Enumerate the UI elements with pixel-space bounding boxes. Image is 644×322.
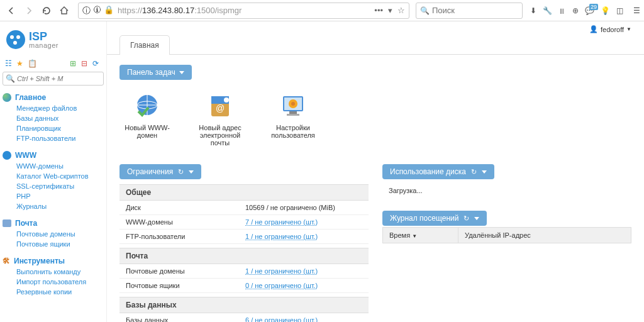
col-time[interactable]: Время ▼ — [383, 228, 458, 243]
chevron-down-icon[interactable] — [189, 170, 194, 174]
clipboard-icon[interactable]: 📋 — [28, 59, 36, 68]
limits-group-header: Общее — [119, 184, 369, 201]
limits-value[interactable]: 0 / не ограничено (шт.) — [245, 282, 318, 289]
limits-group-header: Базы данных — [119, 297, 369, 313]
limits-value: 10569 / не ограничено (MiB) — [245, 204, 335, 211]
shortcut[interactable]: @Новый адрес электронной почты — [195, 92, 245, 147]
refresh-icon[interactable]: ↻ — [464, 214, 469, 223]
shortcuts: Новый WWW-домен@Новый адрес электронной … — [122, 92, 631, 147]
reload-button[interactable] — [39, 3, 54, 18]
bookmark-star-icon[interactable]: ☆ — [397, 6, 405, 15]
globe-icon[interactable]: ⊕ — [572, 6, 579, 15]
library-icon[interactable]: ⫼ — [558, 6, 566, 15]
dev-icon[interactable]: 🔧 — [543, 6, 552, 15]
sidebar-item[interactable]: Выполнить команду — [16, 267, 104, 277]
disk-loading: Загрузка... — [382, 180, 631, 201]
fav-icon[interactable]: ★ — [16, 59, 25, 68]
url-bar[interactable]: ⓘ🛈🔒 https://136.243.80.17:1500/ispmgr ••… — [78, 3, 409, 19]
sidebar-section-header[interactable]: WWW — [3, 150, 104, 161]
shortcut-icon — [132, 92, 162, 120]
sidebar-item[interactable]: Журналы — [16, 201, 104, 211]
refresh-icon[interactable]: ↻ — [471, 168, 477, 176]
tab-main[interactable]: Главная — [119, 35, 170, 55]
limits-value[interactable]: 7 / не ограничено (шт.) — [245, 218, 318, 226]
menu-icon[interactable]: ☰ — [633, 6, 640, 15]
browser-toolbar: ⓘ🛈🔒 https://136.243.80.17:1500/ispmgr ••… — [0, 0, 644, 21]
svg-rect-10 — [289, 111, 297, 114]
shortcut-icon — [278, 92, 308, 120]
list-icon[interactable]: ☷ — [5, 59, 14, 68]
search-icon: 🔍 — [6, 74, 15, 83]
back-button[interactable] — [4, 3, 19, 18]
refresh-icon[interactable]: ↻ — [178, 168, 184, 176]
url-security-icons: ⓘ🛈🔒 — [82, 5, 114, 16]
chevron-down-icon[interactable] — [474, 217, 479, 220]
search-input[interactable] — [432, 6, 518, 15]
search-icon: 🔍 — [420, 6, 430, 15]
limits-key: WWW-домены — [126, 218, 245, 226]
home-button[interactable] — [57, 3, 72, 18]
shortcut-label: Новый WWW-домен — [122, 124, 172, 139]
expand-icon[interactable]: ⊞ — [70, 59, 79, 68]
limits-group-header: Почта — [119, 248, 369, 264]
url-text: https://136.243.80.17:1500/ispmgr — [118, 6, 374, 15]
limits-row: FTP-пользователи1 / не ограничено (шт.) — [119, 230, 369, 244]
pocket-icon[interactable]: ▾ — [388, 6, 392, 15]
col-ip[interactable]: Удалённый IP-адрес — [458, 228, 631, 243]
sidebar-section-header[interactable]: Главное — [3, 92, 104, 103]
sidebar-item[interactable]: Базы данных — [16, 113, 104, 123]
sidebar-item[interactable]: SSL-сертификаты — [16, 181, 104, 191]
svg-point-4 — [224, 97, 229, 103]
downloads-icon[interactable]: ⬇ — [530, 6, 536, 15]
logo-icon — [6, 30, 25, 49]
sidebar-search[interactable]: 🔍 — [3, 72, 104, 86]
limits-row: Базы данных6 / не ограничено (шт.) — [119, 313, 369, 322]
shortcut[interactable]: Новый WWW-домен — [122, 92, 172, 147]
more-icon[interactable]: ••• — [374, 6, 383, 15]
visit-log-title: Журнал посещений — [390, 214, 458, 223]
limits-row: Почтовые ящики0 / не ограничено (шт.) — [119, 279, 369, 293]
logo-text-bottom: manager — [29, 42, 58, 49]
sidebar-icon[interactable]: ◫ — [616, 6, 623, 15]
sidebar-section-header[interactable]: 🛠Инструменты — [3, 255, 104, 267]
sidebar-item[interactable]: Каталог Web-скриптов — [16, 171, 104, 181]
limits-key: Диск — [126, 204, 245, 211]
forward-button[interactable] — [21, 3, 36, 18]
sidebar-item[interactable]: Планировщик — [16, 123, 104, 133]
sidebar-search-input[interactable] — [17, 75, 101, 82]
sidebar-item[interactable]: Почтовые ящики — [16, 239, 104, 249]
sidebar-item[interactable]: WWW-домены — [16, 161, 104, 171]
chevron-down-icon — [179, 71, 184, 74]
sidebar-item[interactable]: FTP-пользователи — [16, 133, 104, 143]
notif-badge: 29 — [589, 4, 598, 10]
sidebar-item[interactable]: Резервные копии — [16, 287, 104, 297]
notification-icon[interactable]: 💬29 — [585, 6, 594, 15]
sidebar-item[interactable]: Почтовые домены — [16, 229, 104, 239]
task-panel-button[interactable]: Панель задач — [119, 65, 192, 80]
browser-search[interactable]: 🔍 — [416, 3, 523, 19]
refresh-icon[interactable]: ⟳ — [92, 59, 101, 68]
logo-text-top: ISP — [29, 31, 58, 42]
limits-header: Ограничения ↻ — [119, 164, 201, 179]
disk-usage-header: Использование диска ↻ — [382, 164, 494, 179]
lightbulb-icon[interactable]: 💡 — [601, 6, 610, 15]
shortcut[interactable]: Настройки пользователя — [268, 92, 318, 147]
sidebar-item[interactable]: PHP — [16, 191, 104, 201]
user-menu[interactable]: 👤 fedoroff ▼ — [589, 25, 631, 33]
limits-value[interactable]: 1 / не ограничено (шт.) — [245, 267, 318, 275]
limits-value[interactable]: 6 / не ограничено (шт.) — [245, 316, 318, 322]
sidebar-section-header[interactable]: Почта — [3, 218, 104, 229]
limits-row: WWW-домены7 / не ограничено (шт.) — [119, 215, 369, 230]
url-actions: ••• ▾ ☆ — [374, 6, 405, 15]
limits-key: Базы данных — [126, 316, 245, 322]
shortcut-icon: @ — [205, 92, 235, 120]
shortcut-label: Новый адрес электронной почты — [195, 124, 245, 147]
chevron-down-icon[interactable] — [482, 170, 487, 174]
user-icon: 👤 — [589, 25, 598, 33]
collapse-icon[interactable]: ⊟ — [81, 59, 90, 68]
limits-key: Почтовые домены — [126, 267, 245, 275]
limits-row: Почтовые домены1 / не ограничено (шт.) — [119, 264, 369, 279]
limits-value[interactable]: 1 / не ограничено (шт.) — [245, 233, 318, 240]
sidebar-item[interactable]: Импорт пользователя — [16, 277, 104, 287]
sidebar-item[interactable]: Менеджер файлов — [16, 103, 104, 113]
